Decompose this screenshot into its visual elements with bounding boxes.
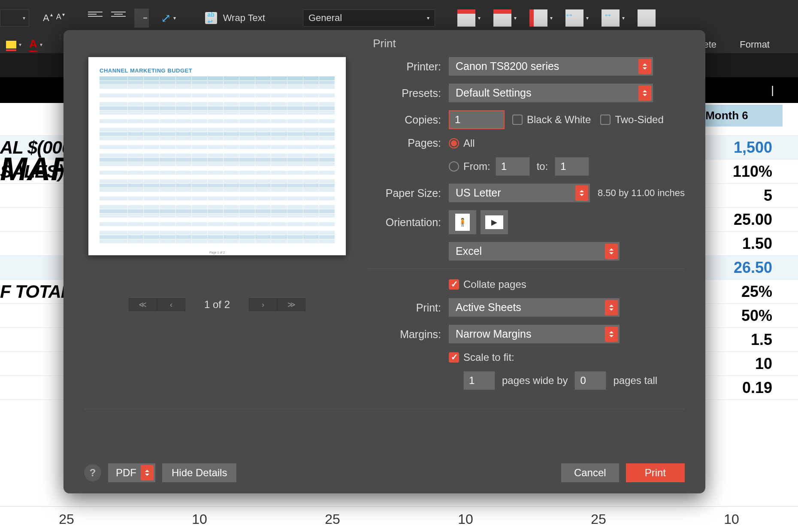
align-right-icon[interactable] bbox=[134, 9, 149, 27]
row-height-dropdown[interactable]: ↔▾ bbox=[602, 9, 625, 27]
margins-label: Margins: bbox=[368, 328, 441, 341]
number-format-dropdown[interactable]: General▾ bbox=[303, 9, 435, 27]
collate-label: Collate pages bbox=[463, 278, 526, 290]
bw-label: Black & White bbox=[527, 114, 591, 126]
cancel-button[interactable]: Cancel bbox=[561, 463, 619, 482]
hide-details-button[interactable]: Hide Details bbox=[162, 463, 236, 482]
twosided-checkbox[interactable] bbox=[600, 115, 611, 125]
collate-checkbox[interactable] bbox=[449, 279, 459, 290]
dialog-title: Print bbox=[63, 30, 705, 57]
orientation-landscape-button[interactable]: ↑▶ bbox=[481, 210, 508, 234]
print-dialog: Print CHANNEL MARKETING BUDGET Page 1 of… bbox=[63, 30, 705, 493]
pages-wide-input[interactable] bbox=[463, 371, 495, 390]
pager-first-button[interactable]: ≪ bbox=[129, 298, 157, 311]
pages-all-label: All bbox=[463, 137, 475, 149]
wrap-text-icon[interactable]: ab↩ bbox=[205, 12, 217, 24]
to-label: to: bbox=[537, 160, 548, 172]
fill-color-dropdown[interactable]: ▾ bbox=[6, 41, 21, 48]
decrease-font-icon[interactable]: A▾ bbox=[54, 12, 63, 24]
insert-rows-dropdown[interactable]: ▾ bbox=[493, 9, 517, 27]
font-color-dropdown[interactable]: A▾ bbox=[29, 37, 42, 52]
to-input[interactable] bbox=[555, 157, 589, 176]
align-left-icon[interactable] bbox=[88, 9, 103, 20]
wrap-text-label[interactable]: Wrap Text bbox=[223, 12, 265, 24]
presets-label: Presets: bbox=[368, 87, 441, 100]
paper-size-note: 8.50 by 11.00 inches bbox=[598, 187, 685, 199]
pages-wide-label: pages wide by bbox=[502, 375, 568, 387]
bw-checkbox[interactable] bbox=[512, 115, 523, 125]
print-preview: CHANNEL MARKETING BUDGET Page 1 of 2 bbox=[88, 57, 346, 255]
copies-label: Copies: bbox=[368, 114, 441, 126]
orientation-portrait-button[interactable]: ↑🧍 bbox=[449, 210, 476, 234]
bottom-data-row: 251025102510 bbox=[0, 506, 798, 532]
printer-select[interactable]: Canon TS8200 series bbox=[449, 57, 653, 76]
pages-label: Pages: bbox=[368, 137, 441, 149]
pdf-dropdown[interactable]: PDF bbox=[108, 463, 155, 482]
col-width-dropdown[interactable]: ↔▾ bbox=[565, 9, 589, 27]
twosided-label: Two-Sided bbox=[615, 114, 663, 126]
format-grid-icon[interactable] bbox=[638, 9, 656, 27]
pages-tall-input[interactable] bbox=[574, 371, 606, 390]
pages-range-radio[interactable] bbox=[449, 161, 459, 172]
orientation-dropdown[interactable]: ⤢▾ bbox=[161, 11, 176, 25]
help-button[interactable]: ? bbox=[84, 464, 101, 481]
orientation-label: Orientation: bbox=[368, 216, 441, 229]
app-options-select[interactable]: Excel bbox=[449, 242, 620, 261]
print-button[interactable]: Print bbox=[626, 463, 685, 482]
preview-pager: ≪ ‹ 1 of 2 › ≫ bbox=[129, 298, 305, 311]
margins-select[interactable]: Narrow Margins bbox=[449, 325, 620, 344]
pager-prev-button[interactable]: ‹ bbox=[157, 298, 185, 311]
insert-cols-dropdown[interactable]: ▾ bbox=[529, 9, 553, 27]
paper-size-select[interactable]: US Letter bbox=[449, 184, 590, 203]
increase-font-icon[interactable]: A▴ bbox=[41, 12, 51, 24]
paper-label: Paper Size: bbox=[368, 187, 441, 200]
align-center-icon[interactable] bbox=[111, 9, 126, 20]
pages-tall-label: pages tall bbox=[613, 375, 657, 387]
pager-label: 1 of 2 bbox=[204, 299, 230, 311]
insert-cells-dropdown[interactable]: ▾ bbox=[457, 9, 481, 27]
presets-select[interactable]: Default Settings bbox=[449, 84, 653, 103]
format-label[interactable]: Format bbox=[740, 39, 770, 50]
print-what-label: Print: bbox=[368, 302, 441, 314]
scale-checkbox[interactable] bbox=[449, 352, 459, 363]
scale-label: Scale to fit: bbox=[463, 351, 514, 363]
pager-next-button[interactable]: › bbox=[249, 298, 277, 311]
print-what-select[interactable]: Active Sheets bbox=[449, 298, 620, 317]
from-label: From: bbox=[463, 160, 490, 172]
pager-last-button[interactable]: ≫ bbox=[277, 298, 305, 311]
from-input[interactable] bbox=[496, 157, 530, 176]
printer-label: Printer: bbox=[368, 60, 441, 73]
pages-all-radio[interactable] bbox=[449, 138, 459, 148]
font-size-dropdown[interactable]: ▾ bbox=[0, 9, 29, 27]
copies-input[interactable] bbox=[449, 110, 505, 129]
